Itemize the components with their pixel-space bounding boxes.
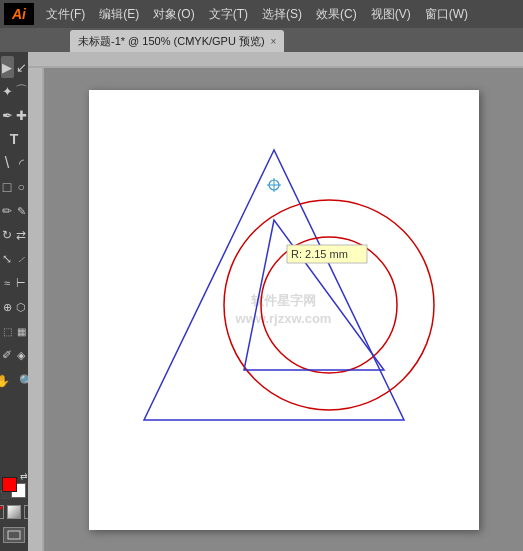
shear-tool[interactable]: ⟋	[15, 248, 28, 270]
zoom-tool[interactable]: 🔍	[15, 370, 28, 392]
tab-bar: 未标题-1* @ 150% (CMYK/GPU 预览) ×	[0, 28, 523, 52]
pencil-tool[interactable]: ✎	[15, 200, 28, 222]
selection-tools: ▶ ↙	[1, 56, 28, 78]
color-mode-row	[0, 505, 28, 519]
tab-close-button[interactable]: ×	[271, 36, 277, 47]
line-tools: \ ◜	[1, 152, 28, 174]
screen-mode-button[interactable]	[3, 527, 25, 543]
hand-tool[interactable]: ✋	[0, 370, 13, 392]
menu-bar: 文件(F) 编辑(E) 对象(O) 文字(T) 选择(S) 效果(C) 视图(V…	[40, 4, 474, 25]
tab-title: 未标题-1* @ 150% (CMYK/GPU 预览)	[78, 34, 265, 49]
svg-line-0	[0, 506, 3, 518]
arc-tool[interactable]: ◜	[15, 152, 28, 174]
warp-tools: ≈ ⊢	[1, 272, 28, 294]
menu-effect[interactable]: 效果(C)	[310, 4, 363, 25]
lasso-tool[interactable]: ⌒	[15, 80, 28, 102]
canvas-area[interactable]: 软件星字网 www.rjzxw.com	[44, 68, 523, 551]
transform-tools: ↻ ⇄	[1, 224, 28, 246]
live-paint-tool[interactable]: ⬡	[15, 296, 28, 318]
canvas-with-rulers: 软件星字网 www.rjzxw.com	[28, 52, 523, 551]
svg-rect-2	[28, 52, 523, 68]
svg-rect-4	[28, 68, 44, 551]
direct-selection-tool[interactable]: ↙	[15, 56, 28, 78]
menu-type[interactable]: 文字(T)	[203, 4, 254, 25]
svg-rect-1	[8, 531, 20, 539]
screen-mode-section	[3, 527, 25, 543]
graph-tool[interactable]: ▦	[15, 320, 28, 342]
rotate-tool[interactable]: ↻	[1, 224, 14, 246]
none-color-icon[interactable]	[0, 505, 4, 519]
swap-colors-icon[interactable]: ⇄	[20, 471, 28, 481]
shape-tools: □ ○	[1, 176, 28, 198]
menu-file[interactable]: 文件(F)	[40, 4, 91, 25]
app-logo: Ai	[4, 3, 34, 25]
sample-tools: ✐ ◈	[1, 344, 28, 366]
magic-tools: ✦ ⌒	[1, 80, 28, 102]
paint-tools: ✏ ✎	[1, 200, 28, 222]
reflect-tool[interactable]: ⇄	[15, 224, 28, 246]
ruler-left	[28, 68, 44, 551]
title-bar: Ai 文件(F) 编辑(E) 对象(O) 文字(T) 选择(S) 效果(C) 视…	[0, 0, 523, 28]
large-circle	[224, 200, 434, 410]
small-triangle	[244, 220, 384, 370]
menu-view[interactable]: 视图(V)	[365, 4, 417, 25]
build-tools: ⊕ ⬡	[1, 296, 28, 318]
gradient-icon[interactable]	[7, 505, 21, 519]
pen-tool[interactable]: ✒	[1, 104, 14, 126]
graph-tools: ⬚ ▦	[1, 320, 28, 342]
line-tool[interactable]: \	[1, 152, 14, 174]
selection-tool[interactable]: ▶	[1, 56, 14, 78]
document-canvas: 软件星字网 www.rjzxw.com	[89, 90, 479, 530]
width-tool[interactable]: ⊢	[15, 272, 28, 294]
document-tab[interactable]: 未标题-1* @ 150% (CMYK/GPU 预览) ×	[70, 30, 284, 52]
magic-wand-tool[interactable]: ✦	[1, 80, 14, 102]
color-section: ⇄ ⬛	[0, 471, 28, 551]
ruler-top	[28, 52, 523, 68]
menu-window[interactable]: 窗口(W)	[419, 4, 474, 25]
scale-tools: ⤡ ⟋	[1, 248, 28, 270]
scale-tool[interactable]: ⤡	[1, 248, 14, 270]
eyedropper-tool[interactable]: ✐	[1, 344, 14, 366]
main-area: ▶ ↙ ✦ ⌒ ✒ ✚ T \ ◜ □ ○ ✏ ✎ ↻ ⇄ ⤡ ⟋	[0, 52, 523, 551]
pen-tools: ✒ ✚	[1, 104, 28, 126]
menu-edit[interactable]: 编辑(E)	[93, 4, 145, 25]
blend-tool[interactable]: ◈	[15, 344, 28, 366]
warp-tool[interactable]: ≈	[1, 272, 14, 294]
ellipse-tool[interactable]: ○	[15, 176, 28, 198]
shape-builder-tool[interactable]: ⊕	[1, 296, 14, 318]
foreground-color-box[interactable]	[2, 477, 17, 492]
canvas-row: 软件星字网 www.rjzxw.com	[28, 68, 523, 551]
add-anchor-tool[interactable]: ✚	[15, 104, 28, 126]
drawing-svg: R: 2.15 mm	[89, 90, 479, 530]
menu-select[interactable]: 选择(S)	[256, 4, 308, 25]
tooltip-text: R: 2.15 mm	[291, 248, 348, 260]
nav-tools: ✋ 🔍	[0, 370, 28, 392]
menu-object[interactable]: 对象(O)	[147, 4, 200, 25]
toolbar: ▶ ↙ ✦ ⌒ ✒ ✚ T \ ◜ □ ○ ✏ ✎ ↻ ⇄ ⤡ ⟋	[0, 52, 28, 551]
perspective-tool[interactable]: ⬚	[1, 320, 14, 342]
paintbrush-tool[interactable]: ✏	[1, 200, 14, 222]
rectangle-tool[interactable]: □	[1, 176, 14, 198]
type-tool[interactable]: T	[3, 128, 25, 150]
